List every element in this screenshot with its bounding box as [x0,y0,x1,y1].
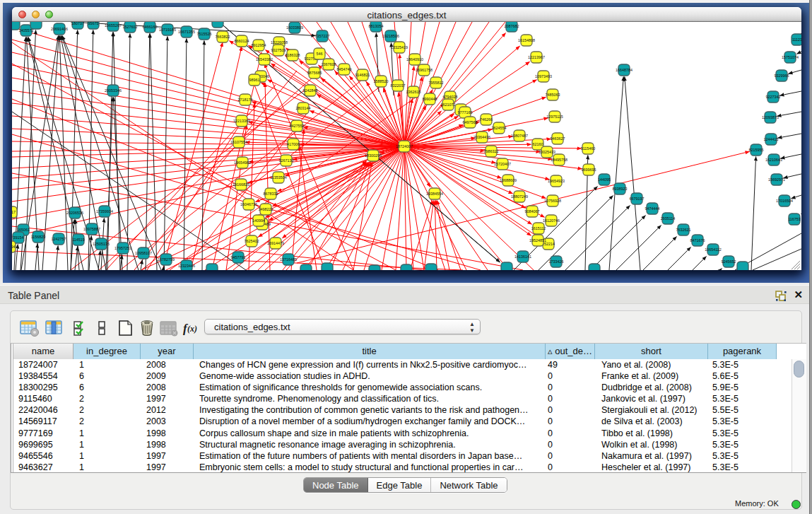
svg-text:7955812: 7955812 [429,81,444,85]
svg-text:9777169: 9777169 [458,110,473,115]
svg-text:7357227: 7357227 [315,34,330,38]
svg-text:6794028: 6794028 [443,95,458,99]
svg-text:1615112: 1615112 [531,226,546,230]
svg-text:546: 546 [317,52,323,56]
svg-text:2803144: 2803144 [296,106,311,110]
svg-text:8186328: 8186328 [286,53,300,57]
svg-text:7632621: 7632621 [676,228,691,232]
svg-text:19384554: 19384554 [426,192,443,196]
svg-text:18495758: 18495758 [551,158,567,162]
svg-text:16648784: 16648784 [616,68,632,72]
svg-text:5875685: 5875685 [307,71,322,75]
svg-text:8912954: 8912954 [252,43,266,47]
svg-text:20691406: 20691406 [51,27,68,31]
svg-text:16543382: 16543382 [256,57,273,62]
svg-text:16107554: 16107554 [230,140,247,144]
svg-text:180737: 180737 [71,22,84,25]
svg-text:8471676: 8471676 [690,238,705,243]
svg-text:1588520: 1588520 [374,79,389,83]
svg-text:98961: 98961 [249,78,260,82]
svg-text:8813054: 8813054 [369,24,384,28]
svg-text:10756928: 10756928 [544,199,561,203]
svg-text:19654923: 19654923 [548,179,565,183]
svg-text:746266: 746266 [480,117,493,122]
svg-text:10654112: 10654112 [705,247,722,252]
svg-text:9457791: 9457791 [231,255,246,259]
svg-text:9474444: 9474444 [645,206,660,211]
svg-text:9242848: 9242848 [303,88,318,93]
svg-text:8215955: 8215955 [749,148,764,152]
svg-text:18300295: 18300295 [365,153,382,158]
svg-text:12213369: 12213369 [233,119,250,123]
svg-text:9417: 9417 [12,210,16,214]
svg-text:10025433: 10025433 [539,150,555,154]
svg-text:20364436: 20364436 [473,135,490,139]
svg-text:9115460: 9115460 [581,146,596,151]
svg-text:17016504: 17016504 [776,199,793,203]
svg-text:18724007: 18724007 [396,144,413,148]
svg-text:140994: 140994 [252,218,265,223]
svg-text:9146821: 9146821 [355,73,370,77]
svg-text:19654982: 19654982 [234,160,251,165]
svg-text:10975887: 10975887 [83,227,100,231]
svg-text:16033809: 16033809 [286,25,303,30]
svg-text:1527602: 1527602 [123,25,138,29]
svg-text:1242757: 1242757 [52,237,66,241]
svg-text:39154: 39154 [13,235,24,240]
svg-text:12323446: 12323446 [178,264,195,268]
svg-text:1244415: 1244415 [764,137,779,141]
svg-text:1156829: 1156829 [31,235,46,239]
svg-text:8938923: 8938923 [613,187,628,191]
svg-text:10973493: 10973493 [535,74,552,78]
svg-text:7986322: 7986322 [484,149,499,153]
svg-text:1621072: 1621072 [441,103,456,107]
svg-text:8322037: 8322037 [391,83,406,88]
svg-text:17359934: 17359934 [96,209,113,214]
svg-text:16782759: 16782759 [158,257,175,262]
svg-text:12093873: 12093873 [762,115,779,119]
svg-text:9329966: 9329966 [775,74,789,78]
svg-text:165061: 165061 [17,228,30,232]
svg-text:3624554: 3624554 [492,126,507,130]
svg-text:62160: 62160 [533,142,543,146]
svg-text:8427552: 8427552 [290,124,305,128]
svg-text:8454749: 8454749 [337,67,352,71]
svg-text:6497568: 6497568 [463,120,478,124]
svg-text:18807249: 18807249 [511,194,528,199]
svg-text:19524851: 19524851 [529,238,546,243]
svg-text:114519: 114519 [72,238,85,242]
svg-text:15720407: 15720407 [494,162,511,166]
svg-text:9084067: 9084067 [525,209,540,214]
svg-text:7663822: 7663822 [216,35,230,39]
svg-text:8990448: 8990448 [423,97,437,101]
svg-text:19166825: 19166825 [233,182,249,187]
svg-text:9245652: 9245652 [722,259,736,264]
svg-text:1405572: 1405572 [19,28,34,33]
svg-text:2718176: 2718176 [238,98,253,102]
svg-text:1362615: 1362615 [406,90,421,94]
svg-text:10688609: 10688609 [500,178,517,182]
svg-text:14136141: 14136141 [514,255,531,259]
svg-text:2087682: 2087682 [505,24,519,28]
svg-text:3267130: 3267130 [279,158,294,163]
svg-text:8660124: 8660124 [235,39,249,43]
svg-text:10719185: 10719185 [159,28,176,32]
svg-text:6679197: 6679197 [630,197,645,201]
svg-text:16154808: 16154808 [518,38,535,42]
svg-text:12505135: 12505135 [93,242,110,246]
svg-text:16046736: 16046736 [240,202,257,206]
svg-text:6466160: 6466160 [143,25,158,29]
svg-text:9463627: 9463627 [551,136,565,141]
svg-text:2367608: 2367608 [322,62,336,66]
svg-text:20206536: 20206536 [66,211,83,215]
svg-text:53594: 53594 [12,245,16,249]
svg-text:7625402: 7625402 [245,239,259,243]
svg-text:20053346: 20053346 [105,88,122,93]
svg-text:2935114: 2935114 [661,216,676,221]
svg-text:7515526: 7515526 [197,32,212,36]
svg-text:10807487: 10807487 [511,134,528,138]
svg-text:16210643: 16210643 [765,158,782,162]
svg-text:144095: 144095 [598,177,611,182]
svg-text:16120746: 16120746 [543,218,560,223]
svg-text:10958107: 10958107 [135,251,152,255]
